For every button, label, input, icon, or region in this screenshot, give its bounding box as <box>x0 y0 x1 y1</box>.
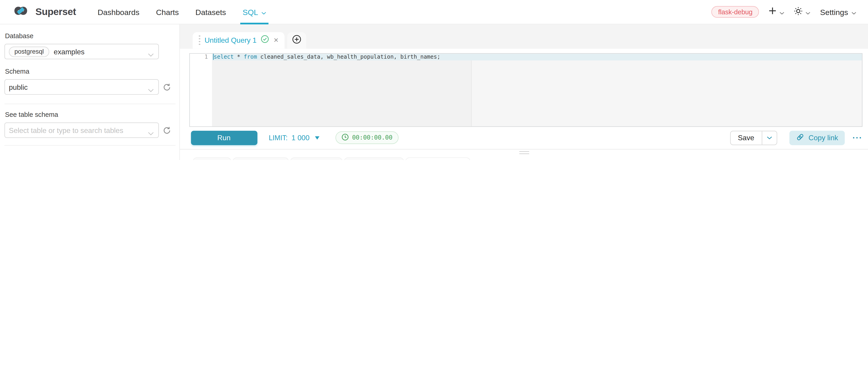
sql-editor[interactable]: 1 select * from cleaned_sales_data, wb_h… <box>189 53 862 127</box>
database-select-value: examples <box>54 47 85 56</box>
sql-keyword: select <box>214 53 234 60</box>
chevron-down-icon <box>780 7 785 17</box>
chevron-down-icon <box>148 129 154 138</box>
sql-text: cleaned_sales_data, wb_health_population… <box>257 53 440 60</box>
nav-item-label: Datasets <box>195 7 226 17</box>
caret-down-icon <box>315 136 319 140</box>
tab-result-stats[interactable]: Result Stats <box>290 157 343 160</box>
sun-icon <box>794 6 803 18</box>
editor-background <box>212 60 471 126</box>
plus-circle-icon <box>292 35 301 46</box>
refresh-schemas-icon[interactable] <box>163 83 171 91</box>
save-split-button: Save <box>730 130 777 145</box>
limit-label: LIMIT: <box>269 134 287 142</box>
nav-item-dashboards[interactable]: Dashboards <box>89 0 148 24</box>
database-select[interactable]: postgresql examples <box>4 44 159 59</box>
nav-item-label: Dashboards <box>98 7 140 17</box>
line-number: 1 <box>205 53 208 60</box>
more-actions-button[interactable]: ··· <box>852 133 863 142</box>
chevron-down-icon <box>148 86 154 94</box>
brand-name: Superset <box>35 6 76 18</box>
south-pane-tabs: ResultsQuery historyResult StatsQuery In… <box>189 157 868 160</box>
timer-value: 00:00:00.00 <box>352 134 393 141</box>
navbar-right: flask-debug <box>712 6 857 18</box>
limit-value: 1 000 <box>291 133 309 142</box>
nav-item-datasets[interactable]: Datasets <box>187 0 235 24</box>
tab-query-insights[interactable]: Query Insights <box>344 157 404 160</box>
pane-divider <box>180 149 868 149</box>
table-select-placeholder: Select table or type to search tables <box>9 126 123 134</box>
superset-logo[interactable]: Superset <box>11 4 76 20</box>
superset-logo-icon <box>11 4 30 20</box>
editor-toolbar: Run LIMIT: 1 000 00:00:00.00 Save <box>189 127 862 149</box>
sql-lab-sidebar: Database postgresql examples Schema publ… <box>0 24 180 160</box>
query-tab-title: Untitled Query 1 <box>205 36 257 44</box>
database-label: Database <box>5 32 175 40</box>
chevron-down-icon <box>851 7 857 17</box>
tab-results[interactable]: Results <box>193 157 231 160</box>
chevron-down-icon <box>806 7 811 17</box>
nav-item-label: SQL <box>243 7 258 17</box>
limit-dropdown[interactable]: LIMIT: 1 000 <box>269 133 319 142</box>
editor-print-margin <box>471 60 471 126</box>
editor-gutter: 1 <box>190 53 212 126</box>
nav-item-label: Charts <box>156 7 179 17</box>
primary-nav: DashboardsChartsDatasetsSQL <box>89 0 275 24</box>
copy-link-button[interactable]: Copy link <box>789 130 845 145</box>
pane-resize-handle[interactable] <box>519 151 529 155</box>
theme-menu[interactable] <box>794 6 810 18</box>
link-icon <box>796 133 804 143</box>
sidebar-divider <box>4 145 176 146</box>
drag-handle-icon[interactable] <box>199 35 200 45</box>
clock-icon <box>342 133 349 142</box>
navbar: Superset DashboardsChartsDatasetsSQL fla… <box>0 0 868 24</box>
sidebar-divider <box>4 103 176 104</box>
tab-query-history[interactable]: Query history <box>232 157 289 160</box>
save-options-caret[interactable] <box>762 131 776 145</box>
close-tab-icon[interactable]: × <box>274 36 278 44</box>
plus-icon <box>769 7 777 17</box>
sql-lab-main: Untitled Query 1 × <box>180 24 868 160</box>
run-button[interactable]: Run <box>191 130 257 145</box>
sql-keyword: from <box>244 53 257 60</box>
schema-label: Schema <box>5 67 175 75</box>
schema-select-value: public <box>9 83 28 91</box>
sql-lab-page: Superset DashboardsChartsDatasetsSQL fla… <box>0 0 868 160</box>
add-query-tab-button[interactable] <box>287 32 306 49</box>
db-engine-badge: postgresql <box>9 47 49 57</box>
settings-menu[interactable]: Settings <box>820 7 857 17</box>
query-tabstrip: Untitled Query 1 × <box>180 24 868 49</box>
new-item-menu[interactable] <box>769 7 785 17</box>
environment-badge: flask-debug <box>712 6 759 18</box>
refresh-tables-icon[interactable] <box>163 126 171 134</box>
chevron-down-icon <box>261 7 267 17</box>
schema-select[interactable]: public <box>4 79 159 95</box>
save-button[interactable]: Save <box>731 131 762 145</box>
settings-label: Settings <box>820 7 848 17</box>
copy-link-label: Copy link <box>808 133 838 142</box>
nav-item-charts[interactable]: Charts <box>148 0 187 24</box>
sql-code-line[interactable]: select * from cleaned_sales_data, wb_hea… <box>214 53 440 60</box>
table-select[interactable]: Select table or type to search tables <box>4 122 159 138</box>
sql-text: * <box>234 53 244 60</box>
chevron-down-icon <box>148 51 154 59</box>
table-schema-label: See table schema <box>5 111 175 119</box>
check-circle-icon <box>261 35 269 46</box>
nav-item-sql[interactable]: SQL <box>235 0 275 24</box>
query-timer: 00:00:00.00 <box>335 131 399 144</box>
query-tab[interactable]: Untitled Query 1 × <box>193 32 284 49</box>
tab-query-estimator[interactable]: Query Estimator <box>405 157 471 160</box>
